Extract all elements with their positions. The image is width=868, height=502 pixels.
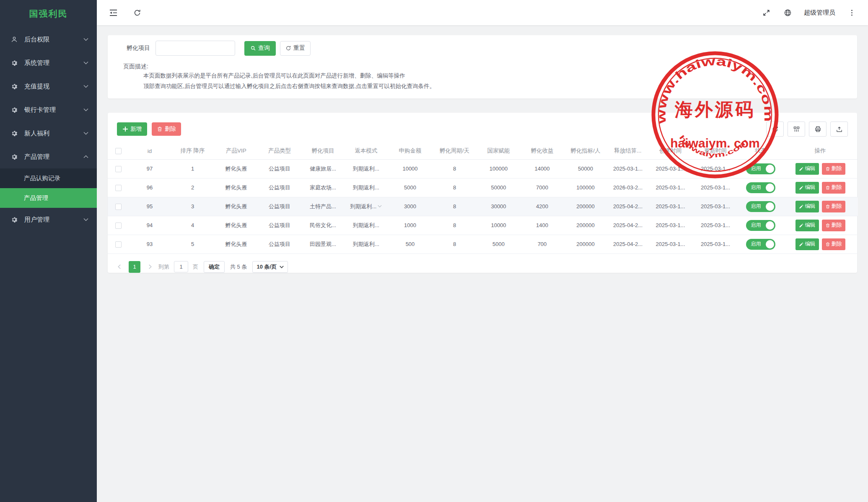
row-checkbox[interactable] xyxy=(115,185,122,191)
incubation-project-input[interactable] xyxy=(155,41,235,56)
next-page-icon[interactable] xyxy=(146,264,154,269)
sidebar-item-5[interactable]: 产品管理 xyxy=(0,145,97,168)
delete-row-button[interactable]: 删除 xyxy=(822,238,845,250)
cell-quota: 200000 xyxy=(564,235,607,254)
cell-amount-value: 1000 xyxy=(404,222,416,228)
cell-updated-value: 2025-03-1... xyxy=(701,222,730,228)
row-checkbox[interactable] xyxy=(115,223,122,229)
status-toggle[interactable]: 启用 xyxy=(746,220,775,231)
edit-row-button[interactable]: 编辑 xyxy=(795,238,819,250)
more-menu-icon[interactable] xyxy=(847,8,857,18)
prev-page-icon[interactable] xyxy=(115,264,123,269)
column-header-12: 创建时间 xyxy=(648,143,692,159)
column-header-0: id xyxy=(129,143,171,159)
add-button[interactable]: 新增 xyxy=(117,122,147,136)
cell-empower-value: 30000 xyxy=(491,203,506,210)
delete-row-label: 删除 xyxy=(832,203,842,210)
edit-row-button[interactable]: 编辑 xyxy=(795,163,819,175)
edit-row-button[interactable]: 编辑 xyxy=(795,220,819,231)
delete-row-button[interactable]: 删除 xyxy=(822,220,845,231)
pencil-icon xyxy=(799,166,804,171)
fullscreen-icon[interactable] xyxy=(761,8,771,18)
column-header-6: 申购金额 xyxy=(388,143,433,159)
sidebar-subitem-5-1[interactable]: 产品管理 xyxy=(0,188,97,208)
query-button[interactable]: 查询 xyxy=(244,41,276,56)
cell-quota-value: 200000 xyxy=(576,241,594,247)
cell-created: 2025-03-1... xyxy=(648,178,692,197)
current-user[interactable]: 超级管理员 xyxy=(804,9,835,17)
trash-icon xyxy=(825,166,830,171)
sidebar-subitem-label: 产品认购记录 xyxy=(24,174,60,182)
sidebar-item-1[interactable]: 系统管理 xyxy=(0,51,97,75)
cell-cycle-value: 8 xyxy=(453,184,456,191)
table-row: 944孵化头雁公益项目民俗文化...到期返利...100081000014002… xyxy=(108,216,858,235)
sidebar-subitem-5-0[interactable]: 产品认购记录 xyxy=(0,168,97,188)
page-number[interactable]: 1 xyxy=(129,261,140,273)
columns-filter-button[interactable] xyxy=(788,122,805,137)
cell-updated: 2025-03-1... xyxy=(692,216,738,235)
language-globe-icon[interactable] xyxy=(782,8,793,18)
refresh-table-button[interactable] xyxy=(766,122,784,137)
sidebar-item-2[interactable]: 充值提现 xyxy=(0,75,97,98)
table-header-row: id排序 降序产品VIP产品类型孵化项目返本模式申购金额孵化周期/天国家赋能孵化… xyxy=(108,143,858,159)
delete-row-label: 删除 xyxy=(832,184,842,191)
delete-row-button[interactable]: 删除 xyxy=(822,163,845,175)
toggle-knob xyxy=(766,221,774,230)
sidebar-item-label: 产品管理 xyxy=(24,153,83,161)
page-size-select[interactable]: 10 条/页 xyxy=(252,261,288,273)
select-all-checkbox[interactable] xyxy=(115,148,122,154)
goto-page-input[interactable] xyxy=(174,261,188,272)
cell-empower: 5000 xyxy=(477,235,521,254)
sidebar-item-6[interactable]: 用户管理 xyxy=(0,208,97,231)
trash-icon xyxy=(825,242,830,247)
edit-row-label: 编辑 xyxy=(805,222,816,229)
export-button[interactable] xyxy=(830,122,848,137)
trash-icon xyxy=(825,223,830,228)
status-toggle[interactable]: 启用 xyxy=(746,182,775,193)
sidebar-menu: 后台权限系统管理充值提现银行卡管理新人福利产品管理产品认购记录产品管理用户管理 xyxy=(0,28,97,231)
status-toggle[interactable]: 启用 xyxy=(746,201,775,212)
cell-project-value: 田园景观... xyxy=(310,241,336,247)
topbar: 超级管理员 xyxy=(97,0,868,25)
row-checkbox[interactable] xyxy=(115,204,122,210)
cell-updated-value: 2025-03-1... xyxy=(701,203,730,210)
chevron-down-icon[interactable] xyxy=(378,204,382,208)
chevron-down-icon xyxy=(83,84,88,89)
collapse-sidebar-icon[interactable] xyxy=(108,8,118,18)
edit-row-label: 编辑 xyxy=(805,241,816,248)
main-area: 超级管理员 孵化项目 查询 重置 页面描述: 本页面数据列表展示的是 xyxy=(97,0,868,502)
chevron-down-icon xyxy=(83,131,88,136)
row-checkbox[interactable] xyxy=(115,241,122,248)
reset-button[interactable]: 重置 xyxy=(280,41,311,56)
status-toggle-label: 启用 xyxy=(751,165,761,172)
cell-empower-value: 100000 xyxy=(490,166,508,172)
cell-profit-value: 14000 xyxy=(534,166,549,172)
column-header-5: 返本模式 xyxy=(345,143,388,159)
status-toggle[interactable]: 启用 xyxy=(746,239,775,250)
refresh-page-icon[interactable] xyxy=(132,8,142,18)
print-button[interactable] xyxy=(809,122,827,137)
trash-icon xyxy=(157,126,163,132)
edit-row-button[interactable]: 编辑 xyxy=(795,182,819,194)
sidebar-item-0[interactable]: 后台权限 xyxy=(0,28,97,51)
cell-profit: 4200 xyxy=(521,197,564,216)
delete-row-button[interactable]: 删除 xyxy=(822,201,845,212)
delete-button[interactable]: 删除 xyxy=(152,122,181,136)
add-button-label: 新增 xyxy=(130,125,142,133)
confirm-page-button[interactable]: 确定 xyxy=(204,261,225,273)
page-size-value: 10 条/页 xyxy=(257,263,277,271)
sidebar-item-3[interactable]: 银行卡管理 xyxy=(0,98,97,122)
status-toggle[interactable]: 启用 xyxy=(746,163,775,174)
edit-row-button[interactable]: 编辑 xyxy=(795,201,819,212)
sidebar-item-4[interactable]: 新人福利 xyxy=(0,122,97,145)
sidebar-item-label: 银行卡管理 xyxy=(24,106,83,114)
delete-row-button[interactable]: 删除 xyxy=(822,182,845,194)
cell-profit-value: 4200 xyxy=(536,203,548,210)
chevron-down-icon xyxy=(83,217,88,222)
cell-amount-value: 3000 xyxy=(404,203,416,210)
cell-id-value: 96 xyxy=(147,184,153,191)
row-checkbox[interactable] xyxy=(115,166,122,172)
cell-cycle: 8 xyxy=(433,216,477,235)
cell-status: 启用 xyxy=(738,197,782,216)
cell-quota: 100000 xyxy=(564,178,607,197)
